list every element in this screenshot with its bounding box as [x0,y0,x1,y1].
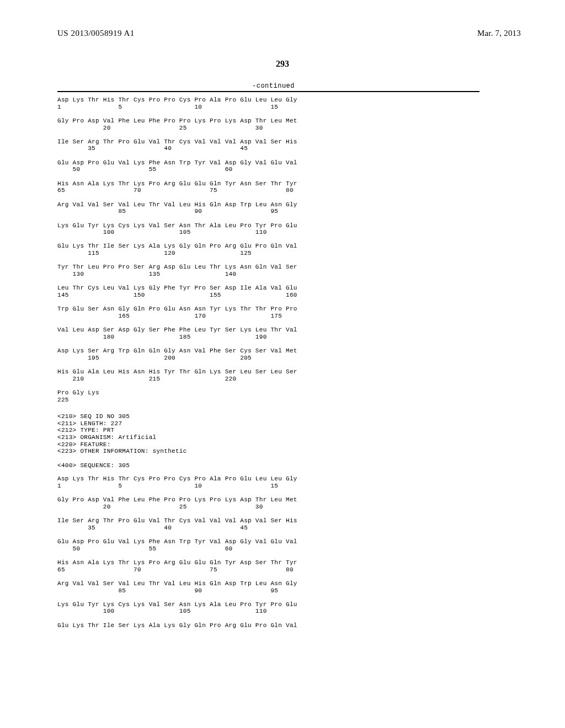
sequence-header-block: <210> SEQ ID NO 305 <211> LENGTH: 227 <2… [57,413,565,469]
sequence-listing-block-2: Asp Lys Thr His Thr Cys Pro Pro Cys Pro … [57,475,565,629]
page-number: 293 [0,59,565,69]
horizontal-rule [57,91,479,92]
publication-date: Mar. 7, 2013 [477,29,521,38]
publication-number: US 2013/0058919 A1 [57,29,135,38]
sequence-listing-block-1: Asp Lys Thr His Thr Cys Pro Pro Cys Pro … [57,97,565,403]
continued-label: -continued [57,82,355,90]
page-header: US 2013/0058919 A1 Mar. 7, 2013 [0,0,565,42]
